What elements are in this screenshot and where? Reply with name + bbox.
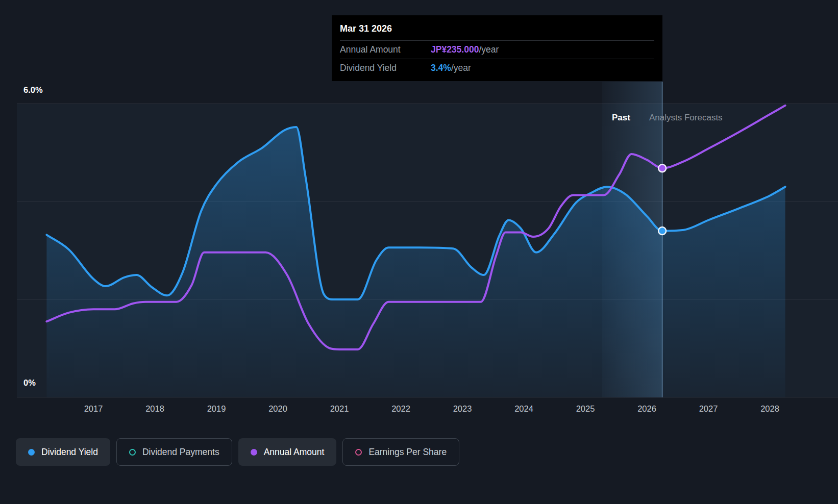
tooltip-label: Annual Amount [340,44,431,55]
legend-toggle-dividend-payments[interactable]: Dividend Payments [116,438,232,466]
x-axis-label-2018: 2018 [145,404,164,414]
legend-toggle-dividend-yield[interactable]: Dividend Yield [16,438,110,466]
dividend-yield-marker [658,227,666,235]
legend-toggle-earnings-per-share[interactable]: Earnings Per Share [342,438,459,466]
legend-label: Dividend Payments [142,447,219,458]
x-axis-label-2026: 2026 [637,404,656,414]
tooltip-value: 3.4% [431,63,451,73]
tooltip-value: JP¥235.000 [431,44,479,55]
x-axis-label-2020: 2020 [268,404,287,414]
dividend-chart[interactable]: 6.0% 0% 2017 2018 2019 2020 2021 2022 20… [0,0,838,423]
earnings-per-share-ring-icon [355,449,362,456]
dividend-payments-ring-icon [129,449,136,456]
analysts-forecasts-annotation: Analysts Forecasts [649,113,723,123]
y-axis-label-top: 6.0% [23,85,43,95]
x-axis-label-2025: 2025 [576,404,595,414]
y-axis-label-bottom: 0% [23,378,36,388]
legend-label: Earnings Per Share [368,447,447,458]
x-axis-label-2017: 2017 [84,404,103,414]
annual-amount-dot-icon [251,449,257,456]
legend-label: Dividend Yield [41,447,98,458]
tooltip-row-annual-amount: Annual Amount JP¥235.000/year [340,40,654,59]
tooltip-suffix: /year [451,63,471,73]
tooltip-suffix: /year [479,44,499,55]
x-axis-label-2021: 2021 [330,404,349,414]
x-axis-label-2027: 2027 [699,404,718,414]
x-axis-label-2023: 2023 [453,404,472,414]
past-annotation: Past [612,113,630,123]
dividend-yield-dot-icon [28,449,35,456]
x-axis-label-2022: 2022 [391,404,410,414]
annual-amount-marker [658,164,666,172]
x-axis-label-2028: 2028 [760,404,779,414]
x-axis-label-2019: 2019 [207,404,226,414]
chart-legend: Dividend Yield Dividend Payments Annual … [16,438,459,466]
legend-toggle-annual-amount[interactable]: Annual Amount [238,438,337,466]
legend-label: Annual Amount [264,447,325,458]
x-axis-label-2024: 2024 [514,404,533,414]
tooltip-label: Dividend Yield [340,63,431,73]
tooltip-date: Mar 31 2026 [340,21,654,40]
chart-tooltip: Mar 31 2026 Annual Amount JP¥235.000/yea… [332,15,662,81]
tooltip-row-dividend-yield: Dividend Yield 3.4%/year [340,59,654,77]
